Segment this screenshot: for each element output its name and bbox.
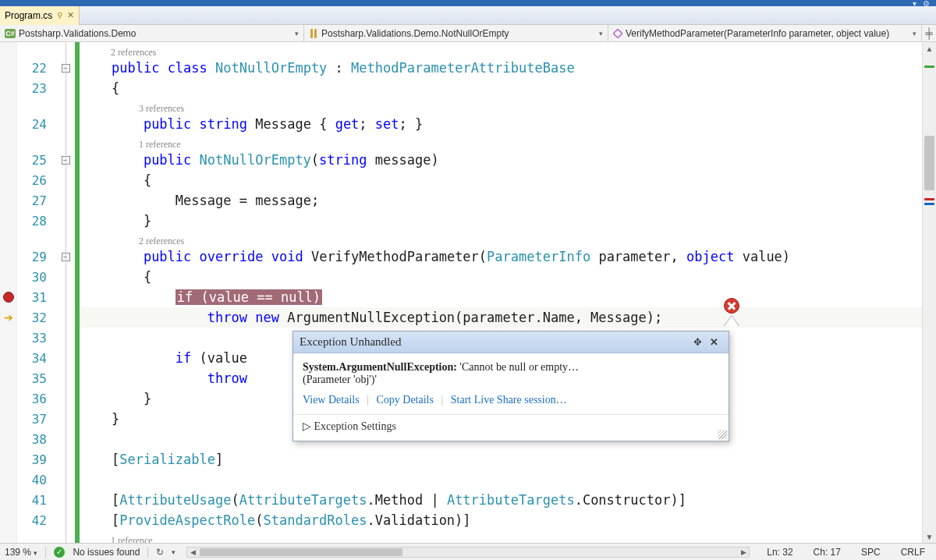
- line-number: 35: [17, 368, 51, 388]
- line-number: 26: [17, 170, 51, 190]
- close-icon[interactable]: ✕: [706, 336, 722, 349]
- navigation-bar: C# Postsharp.Validations.Demo ▾ Postshar…: [0, 25, 936, 42]
- codelens-reference-count[interactable]: 2 references: [80, 231, 922, 246]
- pin-icon[interactable]: ⚲: [57, 11, 62, 19]
- horizontal-scrollbar[interactable]: ◀ ▶: [186, 547, 750, 558]
- line-number: 33: [17, 328, 51, 348]
- caret-column[interactable]: Ch: 17: [807, 547, 847, 558]
- code-line[interactable]: throw new ArgumentNullException(paramete…: [80, 307, 922, 328]
- execution-pointer-icon: ➔: [4, 311, 13, 324]
- breakpoint-gutter[interactable]: ➔: [0, 42, 17, 543]
- codelens-reference-count[interactable]: 1 reference: [80, 530, 922, 543]
- file-tab-label: Program.cs: [5, 10, 52, 21]
- code-line[interactable]: if (value == null): [80, 287, 922, 307]
- codelens-reference-count[interactable]: 1 reference: [80, 134, 922, 150]
- line-number-gutter: 2223242526272829303132333435363738394041…: [17, 42, 56, 543]
- file-tab-program-cs[interactable]: Program.cs ⚲ ✕: [0, 6, 80, 25]
- code-line[interactable]: {: [80, 267, 922, 287]
- scroll-left-arrow-icon[interactable]: ◀: [187, 548, 198, 557]
- nav-member-label: VerifyMethodParameter(ParameterInfo para…: [626, 28, 889, 39]
- line-number: 36: [17, 388, 51, 409]
- exception-popup-title: Exception Unhandled: [300, 335, 401, 349]
- title-strip: ▾ ⚙: [0, 0, 936, 6]
- close-icon[interactable]: ✕: [67, 10, 74, 20]
- gear-icon[interactable]: ⚙: [923, 0, 930, 8]
- line-number: 37: [17, 409, 51, 429]
- code-editor[interactable]: ➔ 22232425262728293031323334353637383940…: [0, 42, 936, 543]
- line-number: 39: [17, 449, 51, 470]
- nav-member-dropdown[interactable]: VerifyMethodParameter(ParameterInfo para…: [608, 25, 922, 41]
- issues-status[interactable]: No issues found: [73, 547, 140, 558]
- line-number: 38: [17, 429, 51, 449]
- window-menu-icon[interactable]: ▾: [913, 0, 916, 8]
- exception-settings-expander[interactable]: ▷ Exception Settings: [293, 414, 729, 441]
- scroll-thumb[interactable]: [924, 136, 934, 190]
- code-line[interactable]: [AttributeUsage(AttributeTargets.Method …: [80, 490, 922, 510]
- scroll-mark-error: [924, 198, 934, 200]
- svg-rect-0: [613, 29, 622, 37]
- copy-details-link[interactable]: Copy Details: [376, 394, 434, 406]
- line-number: 22: [17, 58, 51, 78]
- exception-type: System.ArgumentNullException:: [303, 361, 457, 373]
- line-number: 41: [17, 490, 51, 510]
- nav-project-dropdown[interactable]: C# Postsharp.Validations.Demo ▾: [0, 25, 304, 41]
- exception-error-icon[interactable]: [724, 298, 739, 314]
- scroll-thumb[interactable]: [200, 548, 402, 556]
- exception-parameter: (Parameter 'obj')': [303, 374, 377, 385]
- nav-type-dropdown[interactable]: Postsharp.Validations.Demo.NotNullOrEmpt…: [304, 25, 608, 41]
- exception-popup-header: Exception Unhandled ✥ ✕: [293, 331, 729, 353]
- scroll-mark: [924, 66, 934, 68]
- line-number: 24: [17, 114, 51, 134]
- pin-icon[interactable]: ✥: [690, 336, 706, 349]
- codelens-reference-count[interactable]: 2 references: [80, 42, 922, 58]
- line-ending[interactable]: CRLF: [895, 547, 931, 558]
- status-bar: 139 % ▾ ✓ No issues found ↻ ▾ ◀ ▶ Ln: 32…: [0, 543, 936, 560]
- resize-grip-icon[interactable]: [718, 430, 727, 439]
- view-details-link[interactable]: View Details: [303, 394, 360, 406]
- code-line[interactable]: }: [80, 211, 922, 231]
- nav-project-label: Postsharp.Validations.Demo: [19, 28, 136, 39]
- code-line[interactable]: Message = message;: [80, 190, 922, 211]
- vertical-scrollbar[interactable]: ▲ ▼: [922, 42, 936, 543]
- code-line[interactable]: [ProvideAspectRole(StandardRoles.Validat…: [80, 510, 922, 530]
- line-number: 23: [17, 78, 51, 98]
- indent-mode[interactable]: SPC: [855, 547, 887, 558]
- chevron-down-icon: ▾: [913, 30, 916, 37]
- zoom-level[interactable]: 139 % ▾: [5, 547, 37, 558]
- code-area[interactable]: 2 references public class NotNullOrEmpty…: [80, 42, 922, 543]
- scroll-down-arrow-icon[interactable]: ▼: [923, 530, 936, 543]
- line-number: 28: [17, 211, 51, 231]
- line-number: 27: [17, 190, 51, 211]
- exception-settings-label: Exception Settings: [314, 420, 396, 432]
- chevron-down-icon: ▾: [295, 30, 299, 37]
- exception-popup-body: System.ArgumentNullException: 'Cannot be…: [293, 353, 729, 391]
- line-number: 30: [17, 267, 51, 287]
- code-line[interactable]: public class NotNullOrEmpty : MethodPara…: [80, 58, 922, 78]
- csharp-project-icon: C#: [5, 29, 16, 38]
- code-line[interactable]: public string Message { get; set; }: [80, 114, 922, 134]
- caret-line[interactable]: Ln: 32: [760, 547, 799, 558]
- live-share-link[interactable]: Start Live Share session…: [451, 394, 567, 406]
- document-tab-bar: Program.cs ⚲ ✕: [0, 6, 936, 25]
- line-number: 25: [17, 150, 51, 170]
- class-icon: [309, 29, 318, 38]
- code-line[interactable]: public NotNullOrEmpty(string message): [80, 150, 922, 170]
- scroll-right-arrow-icon[interactable]: ▶: [738, 548, 749, 557]
- method-icon: [613, 29, 622, 38]
- refresh-icon[interactable]: ↻: [156, 547, 164, 558]
- split-editor-button[interactable]: ╪: [922, 25, 936, 41]
- line-number: 42: [17, 510, 51, 530]
- line-number: 34: [17, 348, 51, 368]
- code-line[interactable]: [80, 470, 922, 490]
- code-line[interactable]: {: [80, 78, 922, 98]
- line-number: 40: [17, 470, 51, 490]
- outlining-gutter[interactable]: −−−: [56, 42, 75, 543]
- exception-helper-popup: Exception Unhandled ✥ ✕ System.ArgumentN…: [292, 331, 729, 441]
- codelens-reference-count[interactable]: 3 references: [80, 98, 922, 114]
- code-line[interactable]: [Serializable]: [80, 449, 922, 470]
- code-line[interactable]: public override void VerifyMethodParamet…: [80, 246, 922, 267]
- exception-message: 'Cannot be null or empty…: [459, 361, 579, 373]
- scroll-up-arrow-icon[interactable]: ▲: [923, 42, 936, 55]
- code-line[interactable]: {: [80, 170, 922, 190]
- breakpoint-icon[interactable]: [3, 292, 14, 303]
